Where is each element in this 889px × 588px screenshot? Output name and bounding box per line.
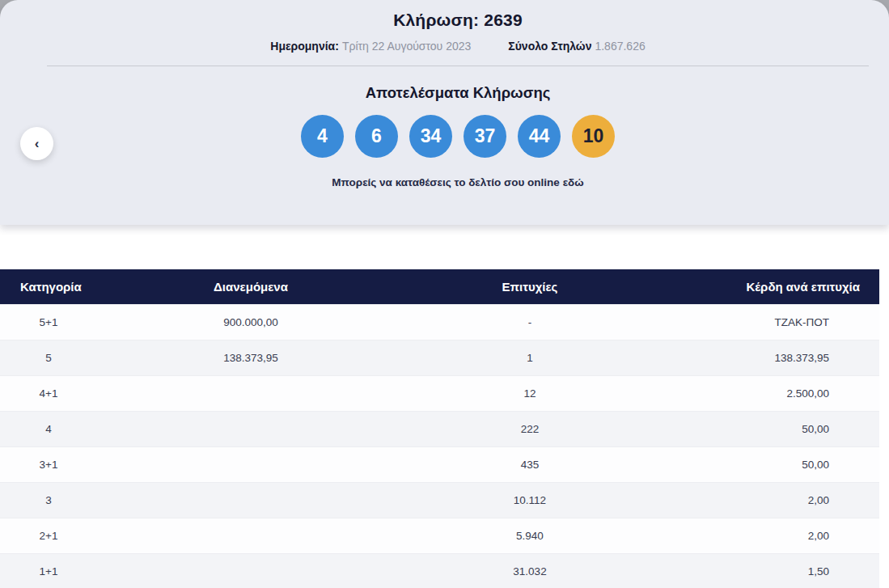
total-columns-value: 1.867.626 <box>595 40 645 53</box>
prizes-table: ΚατηγορίαΔιανεμόμεναΕπιτυχίεςΚέρδη ανά ε… <box>0 269 879 588</box>
cell-distributed: 138.373,95 <box>97 340 404 375</box>
column-header: Κέρδη ανά επιτυχία <box>655 269 879 304</box>
total-columns-label: Σύνολο Στηλών <box>508 40 591 53</box>
winning-number-ball: 44 <box>518 115 561 158</box>
cta-text: Μπορείς να καταθέσεις το δελτίο σου onli… <box>332 176 560 188</box>
table-row: 3+143550,00 <box>0 446 879 482</box>
cell-prize: 50,00 <box>655 411 879 446</box>
cell-distributed <box>97 446 404 482</box>
table-row: 5138.373,951138.373,95 <box>0 340 879 375</box>
results-heading: Αποτελέσματα Κλήρωσης <box>27 84 889 102</box>
cell-prize: 50,00 <box>655 446 879 482</box>
previous-draw-button[interactable]: ‹ <box>20 127 53 160</box>
card-content: Κλήρωση: 2639 Ημερομηνία:Τρίτη 22 Αυγούσ… <box>0 0 889 188</box>
cell-winners: 12 <box>404 375 655 411</box>
total-columns: Σύνολο Στηλών1.867.626 <box>508 40 645 53</box>
submit-online-text: Μπορείς να καταθέσεις το δελτίο σου onli… <box>27 176 889 188</box>
winning-number-ball: 34 <box>409 115 452 158</box>
cell-distributed <box>97 553 404 588</box>
cell-winners: 222 <box>404 411 655 446</box>
cell-prize: 2.500,00 <box>655 375 879 411</box>
cell-distributed <box>97 518 404 553</box>
cell-category: 5+1 <box>0 304 97 340</box>
cell-category: 2+1 <box>0 518 97 553</box>
column-header: Διανεμόμενα <box>97 269 404 304</box>
prizes-table-container: ΚατηγορίαΔιανεμόμεναΕπιτυχίεςΚέρδη ανά ε… <box>0 269 879 588</box>
table-row: 2+15.9402,00 <box>0 518 879 553</box>
chevron-left-icon: ‹ <box>35 136 40 151</box>
cell-category: 3 <box>0 482 97 518</box>
cell-prize: 1,50 <box>655 553 879 588</box>
cell-category: 4+1 <box>0 375 97 411</box>
prizes-table-body: 5+1900.000,00-ΤΖΑΚ-ΠΟΤ5138.373,951138.37… <box>0 304 879 588</box>
cell-winners: 10.112 <box>404 482 655 518</box>
cell-winners: 31.032 <box>404 553 655 588</box>
cell-distributed <box>97 375 404 411</box>
column-header: Κατηγορία <box>0 269 97 304</box>
table-row: 422250,00 <box>0 411 879 446</box>
cell-category: 3+1 <box>0 446 97 482</box>
winning-numbers: 4634374410 <box>27 115 889 158</box>
draw-summary-card: Κλήρωση: 2639 Ημερομηνία:Τρίτη 22 Αυγούσ… <box>0 0 889 225</box>
draw-date: Ημερομηνία:Τρίτη 22 Αυγούστου 2023 <box>270 40 471 53</box>
prizes-table-header: ΚατηγορίαΔιανεμόμεναΕπιτυχίεςΚέρδη ανά ε… <box>0 269 879 304</box>
cell-winners: 1 <box>404 340 655 375</box>
date-label: Ημερομηνία: <box>270 40 339 53</box>
cell-winners: - <box>404 304 655 340</box>
cell-prize: 138.373,95 <box>655 340 879 375</box>
header-row: ΚατηγορίαΔιανεμόμεναΕπιτυχίεςΚέρδη ανά ε… <box>0 269 879 304</box>
winning-number-ball: 4 <box>301 115 344 158</box>
cell-category: 4 <box>0 411 97 446</box>
table-row: 310.1122,00 <box>0 482 879 518</box>
card-divider <box>47 66 869 66</box>
table-row: 1+131.0321,50 <box>0 553 879 588</box>
winning-number-ball: 6 <box>355 115 398 158</box>
cell-distributed <box>97 482 404 518</box>
cell-winners: 435 <box>404 446 655 482</box>
column-header: Επιτυχίες <box>404 269 655 304</box>
submit-online-link[interactable]: εδώ <box>563 176 584 188</box>
cell-category: 5 <box>0 340 97 375</box>
winning-number-ball: 37 <box>464 115 506 158</box>
cell-winners: 5.940 <box>404 518 655 553</box>
draw-title: Κλήρωση: 2639 <box>27 0 889 30</box>
date-value: Τρίτη 22 Αυγούστου 2023 <box>342 40 471 53</box>
cell-distributed: 900.000,00 <box>97 304 404 340</box>
cell-prize: 2,00 <box>655 482 879 518</box>
cell-distributed <box>97 411 404 446</box>
table-row: 4+1122.500,00 <box>0 375 879 411</box>
table-row: 5+1900.000,00-ΤΖΑΚ-ΠΟΤ <box>0 304 879 340</box>
cell-prize: 2,00 <box>655 518 879 553</box>
draw-meta-row: Ημερομηνία:Τρίτη 22 Αυγούστου 2023 Σύνολ… <box>27 40 889 53</box>
cell-category: 1+1 <box>0 553 97 588</box>
joker-number-ball: 10 <box>572 115 615 158</box>
cell-prize: ΤΖΑΚ-ΠΟΤ <box>655 304 879 340</box>
